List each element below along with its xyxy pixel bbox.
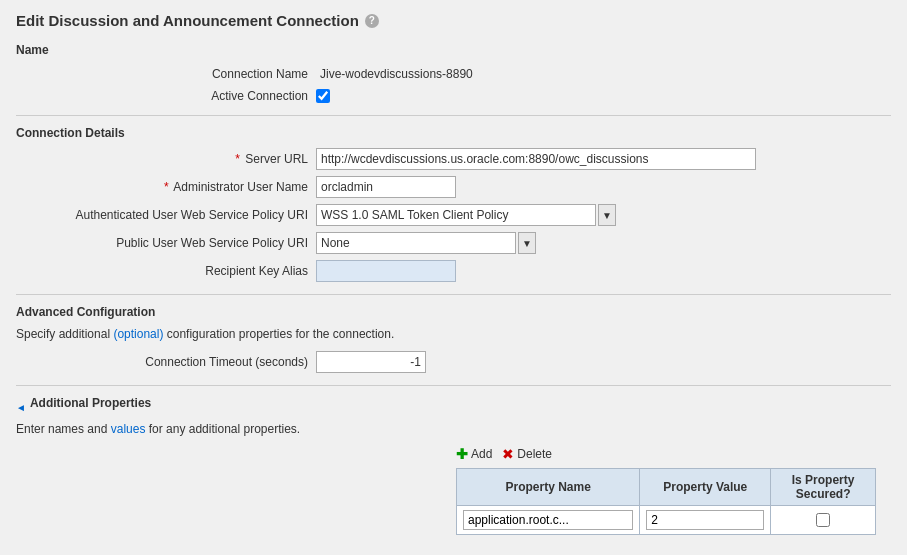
advanced-config-description: Specify additional (optional) configurat…	[16, 327, 891, 341]
additional-props-section: ◄ Additional Properties Enter names and …	[16, 396, 891, 535]
recipient-key-row: Recipient Key Alias	[16, 260, 891, 282]
required-star-2: *	[164, 180, 169, 194]
name-section: Name Connection Name Jive-wodevdiscussio…	[16, 43, 891, 103]
server-url-input[interactable]	[316, 148, 756, 170]
recipient-key-input[interactable]	[316, 260, 456, 282]
connection-name-value: Jive-wodevdiscussions-8890	[316, 65, 477, 83]
add-icon: ✚	[456, 446, 468, 462]
server-url-row: * Server URL	[16, 148, 891, 170]
auth-policy-select[interactable]: WSS 1.0 SAML Token Client Policy	[316, 204, 596, 226]
prop-name-cell	[457, 506, 640, 535]
server-url-label: * Server URL	[16, 152, 316, 166]
public-policy-select-wrapper: None ▼	[316, 232, 536, 254]
recipient-key-label: Recipient Key Alias	[16, 264, 316, 278]
prop-secured-checkbox[interactable]	[816, 513, 830, 527]
col-header-value: Property Value	[640, 469, 771, 506]
delete-button[interactable]: ✖ Delete	[502, 446, 552, 462]
auth-policy-row: Authenticated User Web Service Policy UR…	[16, 204, 891, 226]
auth-policy-select-wrapper: WSS 1.0 SAML Token Client Policy ▼	[316, 204, 616, 226]
delete-label: Delete	[517, 447, 552, 461]
active-connection-checkbox-wrapper	[316, 89, 330, 103]
admin-user-input[interactable]	[316, 176, 456, 198]
collapse-arrow-icon[interactable]: ◄	[16, 402, 26, 413]
connection-details-title: Connection Details	[16, 126, 891, 140]
prop-secured-cell	[771, 506, 876, 535]
section-divider-1	[16, 115, 891, 116]
page-title-text: Edit Discussion and Announcement Connect…	[16, 12, 359, 29]
values-link[interactable]: values	[111, 422, 146, 436]
page-title-row: Edit Discussion and Announcement Connect…	[16, 12, 891, 29]
section-divider-3	[16, 385, 891, 386]
connection-name-label: Connection Name	[16, 67, 316, 81]
col-header-name: Property Name	[457, 469, 640, 506]
public-policy-select[interactable]: None	[316, 232, 516, 254]
additional-props-title: Additional Properties	[30, 396, 151, 410]
props-toolbar: ✚ Add ✖ Delete	[456, 446, 891, 462]
active-connection-row: Active Connection	[16, 89, 891, 103]
additional-props-description: Enter names and values for any additiona…	[16, 422, 891, 436]
add-label: Add	[471, 447, 492, 461]
prop-value-input[interactable]	[646, 510, 764, 530]
public-policy-dropdown-arrow[interactable]: ▼	[518, 232, 536, 254]
col-header-secured: Is Property Secured?	[771, 469, 876, 506]
additional-props-header: ◄ Additional Properties	[16, 396, 891, 418]
timeout-label: Connection Timeout (seconds)	[16, 355, 316, 369]
optional-link[interactable]: (optional)	[113, 327, 163, 341]
prop-value-cell	[640, 506, 771, 535]
timeout-input[interactable]	[316, 351, 426, 373]
delete-icon: ✖	[502, 446, 514, 462]
advanced-config-section: Advanced Configuration Specify additiona…	[16, 305, 891, 373]
help-icon[interactable]: ?	[365, 14, 379, 28]
auth-policy-dropdown-arrow[interactable]: ▼	[598, 204, 616, 226]
active-connection-checkbox[interactable]	[316, 89, 330, 103]
connection-name-row: Connection Name Jive-wodevdiscussions-88…	[16, 65, 891, 83]
timeout-row: Connection Timeout (seconds)	[16, 351, 891, 373]
admin-user-row: * Administrator User Name	[16, 176, 891, 198]
name-section-title: Name	[16, 43, 891, 57]
auth-policy-label: Authenticated User Web Service Policy UR…	[16, 208, 316, 222]
prop-name-input[interactable]	[463, 510, 633, 530]
table-row	[457, 506, 876, 535]
connection-details-section: Connection Details * Server URL * Admini…	[16, 126, 891, 282]
advanced-config-title: Advanced Configuration	[16, 305, 891, 319]
page-container: Edit Discussion and Announcement Connect…	[0, 0, 907, 555]
section-divider-2	[16, 294, 891, 295]
public-policy-label: Public User Web Service Policy URI	[16, 236, 316, 250]
active-connection-label: Active Connection	[16, 89, 316, 103]
admin-user-label: * Administrator User Name	[16, 180, 316, 194]
required-star-1: *	[235, 152, 240, 166]
public-policy-row: Public User Web Service Policy URI None …	[16, 232, 891, 254]
add-button[interactable]: ✚ Add	[456, 446, 492, 462]
properties-table: Property Name Property Value Is Property…	[456, 468, 876, 535]
